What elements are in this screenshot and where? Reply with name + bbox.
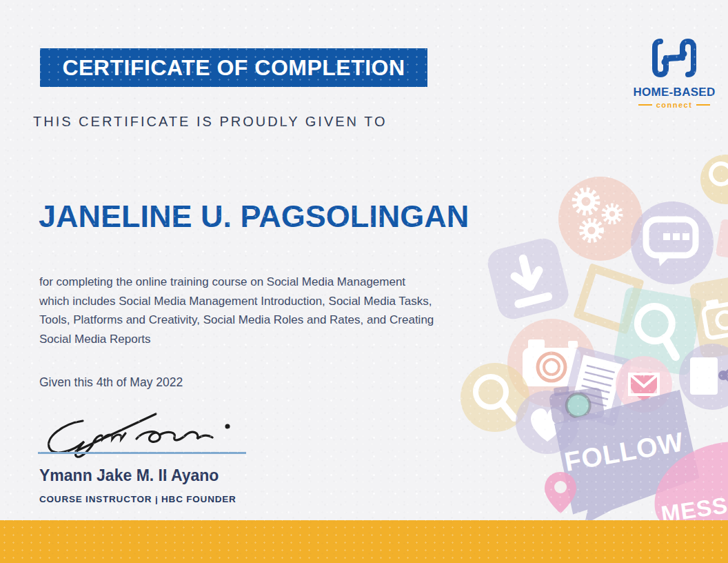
- recipient-name: JANELINE U. PAGSOLINGAN: [39, 199, 469, 235]
- certificate-title-banner: CERTIFICATE OF COMPLETION: [40, 48, 427, 87]
- brand-logo: HOME-BASED connect: [626, 34, 722, 109]
- footer-accent-bar: [0, 520, 728, 563]
- certificate-page: FOLLOW MESSAGE CERTIFICATE OF COMPLETION: [0, 0, 728, 563]
- brand-name: HOME-BASED: [626, 86, 722, 99]
- certificate-content: CERTIFICATE OF COMPLETION HOME-BASED con…: [0, 0, 728, 563]
- signatory-name: Ymann Jake M. II Ayano: [39, 466, 219, 485]
- certificate-title: CERTIFICATE OF COMPLETION: [62, 55, 405, 81]
- divider-line: [696, 104, 710, 106]
- brand-subtitle-row: connect: [626, 101, 722, 109]
- home-based-connect-logo-icon: [648, 34, 700, 81]
- intro-line: THIS CERTIFICATE IS PROUDLY GIVEN TO: [33, 114, 387, 130]
- course-description: for completing the online training cours…: [39, 273, 460, 348]
- signatory-title: COURSE INSTRUCTOR | HBC FOUNDER: [39, 494, 236, 504]
- signature-icon: [33, 406, 247, 464]
- divider-line: [638, 104, 652, 106]
- date-line: Given this 4th of May 2022: [39, 375, 183, 390]
- brand-subtitle: connect: [656, 101, 693, 109]
- signature-line: [38, 452, 246, 454]
